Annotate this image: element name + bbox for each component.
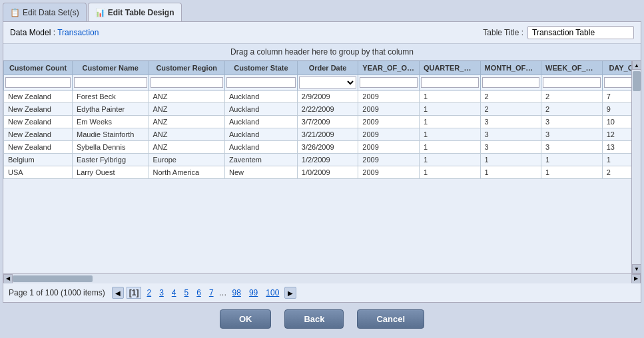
table-cell: 1/2/2009 — [297, 154, 358, 166]
table-cell: 3 — [480, 116, 541, 128]
filter-state[interactable] — [225, 75, 298, 90]
table-cell: New — [225, 166, 298, 179]
filter-region[interactable] — [149, 75, 224, 90]
data-model-section: Data Model : Transaction — [10, 28, 99, 37]
table-cell: Easter Fylbrigg — [73, 154, 149, 166]
filter-quarter[interactable] — [419, 75, 480, 90]
table-cell: 2/22/2009 — [297, 103, 358, 116]
table-body: New ZealandForest BeckANZAuckland2/9/200… — [4, 90, 641, 179]
table-cell: 2 — [541, 90, 603, 103]
filter-country[interactable] — [4, 75, 73, 90]
table-area: Customer Count Customer Name Customer Re… — [3, 61, 641, 302]
data-model-link[interactable]: Transaction — [57, 28, 99, 37]
scroll-track-h — [13, 274, 631, 283]
col-header-region[interactable]: Customer Region — [149, 61, 224, 75]
scroll-track-v — [632, 70, 641, 264]
page-ellipsis: … — [219, 288, 227, 297]
drag-hint: Drag a column header here to group by th… — [3, 44, 641, 61]
table-cell: Larry Ouest — [73, 166, 149, 179]
filter-week-input[interactable] — [543, 77, 601, 88]
table-cell: 2009 — [358, 166, 420, 179]
filter-state-input[interactable] — [226, 77, 296, 88]
table-cell: Maudie Stainforth — [73, 128, 149, 141]
back-button[interactable]: Back — [284, 309, 344, 329]
filter-name[interactable] — [73, 75, 149, 90]
top-bar: Data Model : Transaction Table Title : — [3, 22, 641, 44]
table-title-label: Table Title : — [483, 28, 523, 37]
scroll-thumb-h[interactable] — [13, 275, 93, 282]
filter-region-input[interactable] — [151, 77, 223, 88]
table-row: USALarry OuestNorth AmericaNew1/0/200920… — [4, 166, 641, 179]
filter-name-input[interactable] — [74, 77, 147, 88]
table-cell: 1 — [480, 154, 541, 166]
scroll-right-btn[interactable]: ▶ — [631, 274, 641, 283]
table-row: New ZealandSybella DennisANZAuckland3/26… — [4, 141, 641, 154]
col-header-state[interactable]: Customer State — [225, 61, 298, 75]
cancel-button[interactable]: Cancel — [357, 309, 424, 329]
page-link-3[interactable]: 3 — [157, 287, 166, 298]
table-cell: ANZ — [149, 116, 224, 128]
table-cell: 2 — [480, 103, 541, 116]
col-header-month[interactable]: MONTH_OF_ORI — [480, 61, 541, 75]
table-cell: New Zealand — [4, 90, 73, 103]
filter-month-input[interactable] — [482, 77, 540, 88]
page-link-99[interactable]: 99 — [246, 287, 260, 298]
col-header-name[interactable]: Customer Name — [73, 61, 149, 75]
table-cell: Europe — [149, 154, 224, 166]
page-link-98[interactable]: 98 — [230, 287, 244, 298]
table-cell: 1 — [419, 128, 480, 141]
table-cell: Auckland — [225, 128, 298, 141]
horizontal-scrollbar[interactable]: ◀ ▶ — [3, 273, 641, 283]
dataset-tab-label: Edit Data Set(s) — [23, 8, 79, 17]
col-header-week[interactable]: WEEK_OF_ORD — [541, 61, 603, 75]
filter-country-input[interactable] — [5, 77, 71, 88]
ok-button[interactable]: OK — [220, 309, 272, 329]
table-cell: 3 — [541, 141, 603, 154]
table-cell: 2009 — [358, 154, 420, 166]
page-link-1[interactable]: [1] — [127, 287, 142, 299]
tab-edit-table-design[interactable]: 📊 Edit Table Design — [88, 3, 182, 21]
scroll-down-btn[interactable]: ▼ — [632, 264, 641, 273]
table-cell: 2009 — [358, 128, 420, 141]
table-cell: 1 — [419, 141, 480, 154]
col-header-year[interactable]: YEAR_OF_ORDE — [358, 61, 420, 75]
page-link-7[interactable]: 7 — [206, 287, 216, 298]
page-link-5[interactable]: 5 — [182, 287, 192, 298]
page-link-4[interactable]: 4 — [169, 287, 179, 298]
scroll-thumb-v[interactable] — [633, 71, 641, 91]
header-row: Customer Count Customer Name Customer Re… — [4, 61, 641, 75]
vertical-scrollbar[interactable]: ▲ ▼ — [631, 61, 641, 273]
table-cell: 1 — [419, 166, 480, 179]
filter-quarter-input[interactable] — [421, 77, 479, 88]
tab-edit-dataset[interactable]: 📋 Edit Data Set(s) — [3, 3, 87, 21]
scroll-up-btn[interactable]: ▲ — [632, 61, 641, 70]
content-panel: Data Model : Transaction Table Title : D… — [3, 21, 641, 303]
col-header-date[interactable]: Order Date — [297, 61, 358, 75]
filter-year-input[interactable] — [360, 77, 418, 88]
scroll-left-btn[interactable]: ◀ — [3, 274, 13, 283]
data-table: Customer Count Customer Name Customer Re… — [3, 61, 641, 179]
page-link-6[interactable]: 6 — [194, 287, 204, 298]
table-title-input[interactable] — [527, 26, 634, 39]
page-link-2[interactable]: 2 — [144, 287, 154, 298]
filter-date-select[interactable] — [299, 77, 357, 88]
filter-date[interactable] — [297, 75, 358, 90]
table-cell: 2009 — [358, 116, 420, 128]
table-scroll-container[interactable]: Customer Count Customer Name Customer Re… — [3, 61, 641, 273]
table-cell: Belgium — [4, 154, 73, 166]
filter-month[interactable] — [480, 75, 541, 90]
page-prev-btn[interactable]: ◀ — [112, 287, 124, 299]
table-cell: Auckland — [225, 103, 298, 116]
table-cell: Auckland — [225, 90, 298, 103]
page-next-btn[interactable]: ▶ — [284, 287, 296, 299]
filter-year[interactable] — [358, 75, 420, 90]
table-cell: 1 — [480, 166, 541, 179]
table-cell: ANZ — [149, 128, 224, 141]
col-header-quarter[interactable]: QUARTER_OF_C — [419, 61, 480, 75]
table-cell: New Zealand — [4, 141, 73, 154]
table-cell: Auckland — [225, 141, 298, 154]
table-cell: 2/9/2009 — [297, 90, 358, 103]
filter-week[interactable] — [541, 75, 603, 90]
col-header-country[interactable]: Customer Count — [4, 61, 73, 75]
page-link-100[interactable]: 100 — [263, 287, 282, 298]
